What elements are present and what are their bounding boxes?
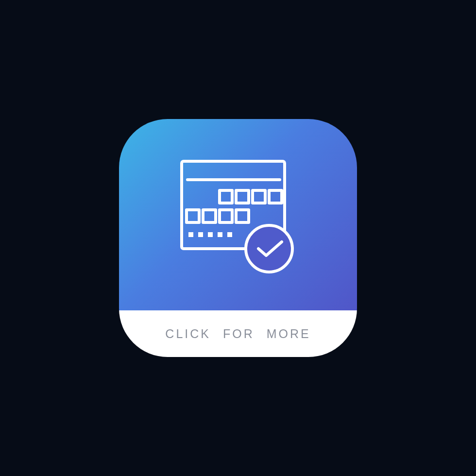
svg-rect-9 [236,210,249,222]
svg-rect-14 [227,232,232,237]
svg-rect-12 [208,232,213,237]
button-label: CLICK FOR MORE [165,327,310,341]
svg-rect-4 [253,190,265,203]
svg-rect-7 [203,210,216,222]
icon-area [119,119,357,310]
svg-rect-6 [187,210,199,222]
svg-rect-3 [236,190,249,203]
label-area: CLICK FOR MORE [119,310,357,357]
svg-rect-11 [198,232,203,237]
svg-rect-13 [218,232,222,237]
svg-rect-8 [220,210,232,222]
svg-rect-5 [269,190,282,203]
calendar-check-icon [170,147,306,283]
svg-rect-10 [188,232,193,237]
svg-rect-2 [220,190,232,203]
app-button[interactable]: CLICK FOR MORE [119,119,357,357]
